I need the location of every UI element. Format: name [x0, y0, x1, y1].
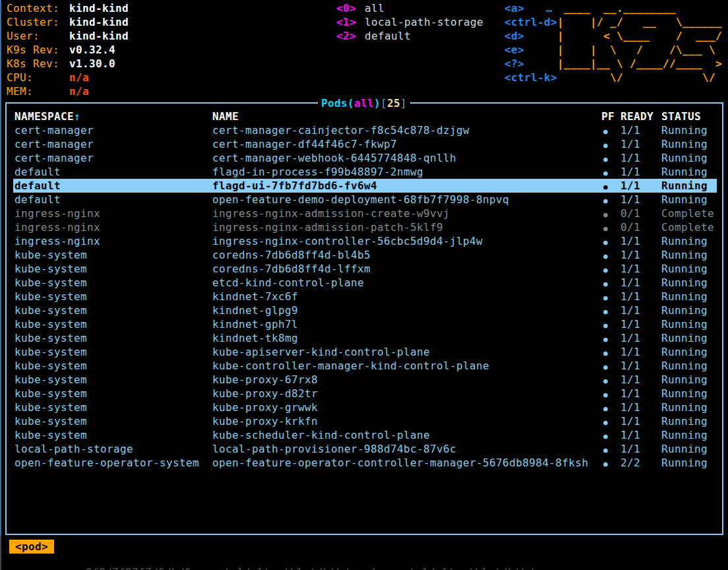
pod-row[interactable]: ingress-nginxingress-nginx-admission-pat…: [13, 220, 717, 234]
column-header-ready[interactable]: READY: [621, 110, 661, 123]
pf-indicator-icon: ●: [603, 280, 608, 288]
pod-row[interactable]: ingress-nginxingress-nginx-admission-cre…: [13, 206, 717, 220]
cell-name: open-feature-operator-controller-manager…: [212, 456, 601, 470]
cell-pf: ●: [601, 179, 621, 193]
hotkey-label: <e>: [504, 43, 557, 57]
cell-status: Running: [661, 345, 717, 359]
sort-arrow-icon: ↑: [74, 110, 80, 123]
pf-indicator-icon: ●: [603, 446, 608, 455]
cell-status: Running: [661, 276, 717, 290]
cell-namespace: ingress-nginx: [15, 220, 212, 234]
info-label: K8s Rev:: [7, 57, 69, 71]
cell-status: Running: [661, 331, 717, 345]
title-paren-open: (: [348, 97, 354, 110]
pod-row[interactable]: kube-systemkube-proxy-krkfn●1/1Running: [13, 414, 717, 428]
namespace-name: all: [365, 2, 384, 15]
namespace-menu-item: <2>default: [336, 29, 483, 43]
pod-row[interactable]: local-path-storagelocal-path-provisioner…: [13, 442, 717, 456]
cell-pf: ●: [601, 400, 621, 414]
pod-row[interactable]: ingress-nginxingress-nginx-controller-56…: [13, 234, 717, 248]
info-value: n/a: [69, 85, 89, 98]
cluster-info-row: MEM:n/a: [7, 84, 129, 98]
column-header-namespace[interactable]: NAMESPACE↑: [15, 110, 212, 123]
pf-indicator-icon: ●: [603, 183, 608, 191]
pf-indicator-icon: ●: [603, 127, 608, 136]
pod-row[interactable]: kube-systemkindnet-glpg9●1/1Running: [13, 303, 717, 317]
cell-pf: ●: [601, 220, 621, 234]
pod-row[interactable]: cert-managercert-manager-cainjector-f8c5…: [13, 123, 717, 137]
title-paren-close: ): [374, 97, 380, 110]
pf-indicator-icon: ●: [603, 307, 608, 316]
cell-namespace: kube-system: [15, 262, 212, 276]
cell-status: Running: [661, 151, 717, 165]
pf-indicator-icon: ●: [603, 252, 608, 261]
column-header-pf[interactable]: PF: [601, 110, 621, 123]
pf-indicator-icon: ●: [603, 155, 608, 164]
namespace-name: default: [365, 30, 411, 42]
title-bracket-open: [: [380, 97, 387, 110]
cell-name: kube-proxy-grwwk: [212, 400, 601, 414]
cell-pf: ●: [601, 428, 621, 442]
pf-indicator-icon: ●: [603, 404, 608, 413]
cell-ready: 1/1: [621, 387, 661, 400]
pod-row[interactable]: kube-systemkube-proxy-67rx8●1/1Running: [13, 373, 717, 387]
pod-row[interactable]: cert-managercert-manager-webhook-6445774…: [13, 151, 717, 165]
pod-row[interactable]: kube-systemkube-proxy-grwwk●1/1Running: [13, 400, 717, 414]
cell-ready: 1/1: [621, 276, 661, 290]
column-label: READY: [621, 110, 653, 123]
namespace-name: local-path-storage: [365, 16, 483, 28]
namespace-hotkey: <1>: [336, 15, 358, 29]
cell-status: Running: [661, 193, 717, 206]
cell-pf: ●: [601, 345, 621, 359]
pod-row[interactable]: defaultopen-feature-demo-deployment-68fb…: [13, 193, 717, 206]
cell-ready: 1/1: [621, 290, 661, 303]
cluster-info-row: User:kind-kind: [7, 29, 129, 43]
cell-namespace: kube-system: [15, 276, 212, 290]
pod-row[interactable]: kube-systemcoredns-7db6d8ff4d-lffxm●1/1R…: [13, 262, 717, 276]
pf-indicator-icon: ●: [603, 141, 608, 150]
cell-namespace: kube-system: [15, 345, 212, 359]
cluster-info-row: Cluster:kind-kind: [7, 15, 129, 29]
pod-row[interactable]: kube-systemkube-proxy-d82tr●1/1Running: [13, 387, 717, 400]
cell-ready: 1/1: [621, 400, 661, 414]
cell-pf: ●: [601, 331, 621, 345]
pod-row[interactable]: open-feature-operator-systemopen-feature…: [13, 456, 717, 470]
cell-name: kindnet-tk8mg: [212, 331, 601, 345]
pod-row[interactable]: kube-systemkube-apiserver-kind-control-p…: [13, 345, 717, 359]
column-header-name[interactable]: NAME: [212, 110, 601, 123]
cell-name: coredns-7db6d8ff4d-bl4b5: [212, 248, 601, 262]
pod-row[interactable]: cert-managercert-manager-df44f46c7-fkwp7…: [13, 137, 717, 151]
cell-ready: 1/1: [621, 303, 661, 317]
cell-pf: ●: [601, 317, 621, 331]
namespace-menu: <0>all<1>local-path-storage<2>default: [336, 1, 483, 43]
pod-row[interactable]: kube-systemkube-scheduler-kind-control-p…: [13, 428, 717, 442]
cell-status: Running: [661, 137, 717, 151]
cell-name: flagd-ui-7fb7fd7bd6-fv6w4: [212, 179, 601, 193]
cell-namespace: cert-manager: [15, 151, 212, 165]
pod-row[interactable]: defaultflagd-ui-7fb7fd7bd6-fv6w4●1/1Runn…: [13, 179, 717, 193]
cell-namespace: local-path-storage: [15, 442, 212, 456]
column-label: NAMESPACE: [15, 110, 74, 123]
pod-row[interactable]: kube-systemetcd-kind-control-plane●1/1Ru…: [13, 276, 717, 290]
pod-row[interactable]: kube-systemkindnet-gph7l●1/1Running: [13, 317, 717, 331]
pod-row[interactable]: kube-systemkindnet-7xc6f●1/1Running: [13, 290, 717, 303]
column-header-status[interactable]: STATUS: [661, 110, 717, 123]
pf-indicator-icon: ●: [603, 460, 608, 468]
terminal-left-edge-lower: [0, 536, 1, 570]
cell-status: Complete: [661, 220, 717, 234]
pod-row[interactable]: kube-systemkindnet-tk8mg●1/1Running: [13, 331, 717, 345]
cell-ready: 2/2: [621, 456, 661, 470]
cell-status: Running: [661, 234, 717, 248]
cell-ready: 1/1: [621, 151, 661, 165]
pod-row[interactable]: kube-systemcoredns-7db6d8ff4d-bl4b5●1/1R…: [13, 248, 717, 262]
cell-status: Running: [661, 456, 717, 470]
pod-row[interactable]: defaultflagd-in-process-f99b48897-2nmwg●…: [13, 165, 717, 179]
pf-indicator-icon: ●: [603, 321, 608, 330]
cell-name: kindnet-glpg9: [212, 303, 601, 317]
cell-ready: 1/1: [621, 442, 661, 456]
breadcrumb-pod[interactable]: <pod>: [9, 540, 54, 554]
cell-namespace: kube-system: [15, 400, 212, 414]
cell-name: ingress-nginx-controller-56cbc5d9d4-jlp4…: [212, 234, 601, 248]
pod-row[interactable]: kube-systemkube-controller-manager-kind-…: [13, 359, 717, 373]
clipped-bottom-line: 9f8d7f97f7d6dbd6 <ctrl/alt> tblct/btbd /…: [86, 565, 534, 570]
